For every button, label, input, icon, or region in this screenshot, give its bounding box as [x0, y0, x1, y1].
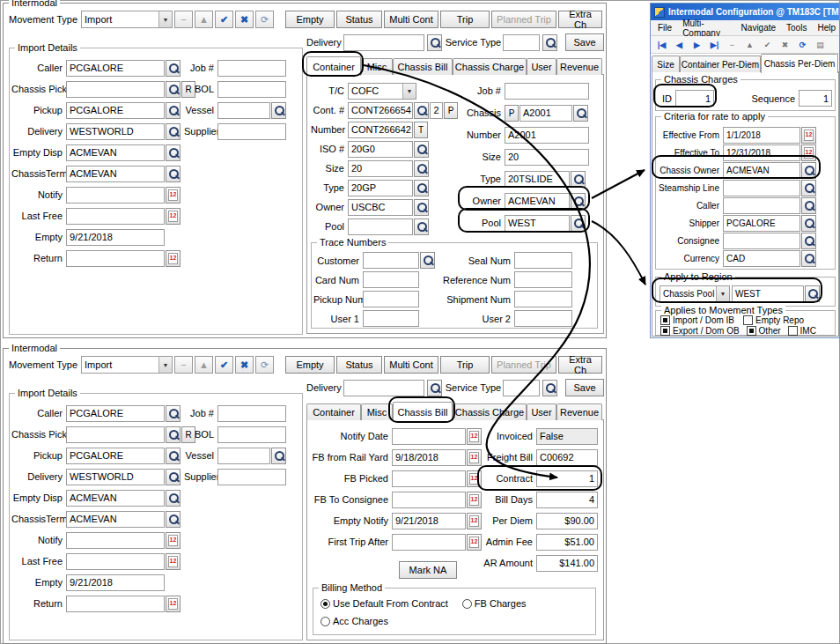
search-icon[interactable] — [801, 180, 816, 196]
empty-date-input[interactable]: 9/21/2018 — [66, 229, 165, 246]
empty-button[interactable]: Empty — [285, 11, 335, 28]
search-icon[interactable] — [414, 199, 429, 216]
status-button[interactable]: Status — [336, 11, 382, 28]
job-input[interactable] — [217, 60, 286, 77]
first-record-icon[interactable]: |◀ — [653, 37, 670, 52]
search-icon[interactable] — [571, 171, 586, 188]
search-icon[interactable] — [801, 162, 816, 179]
effective-to-input[interactable]: 12/31/2018 — [723, 144, 800, 161]
calendar-icon[interactable] — [467, 534, 482, 551]
search-icon[interactable] — [166, 123, 181, 140]
search-icon[interactable] — [166, 166, 181, 182]
search-icon[interactable] — [542, 34, 557, 51]
tc-select[interactable]: COFC▼ — [348, 83, 416, 100]
menu-file[interactable]: File — [654, 22, 675, 33]
search-icon[interactable] — [166, 405, 181, 422]
seal-num-input[interactable] — [514, 252, 572, 269]
fb-charges-radio[interactable] — [462, 599, 472, 609]
admin-fee-input[interactable]: $51.00 — [536, 534, 598, 551]
calendar-icon[interactable] — [467, 470, 482, 487]
tab-size[interactable]: Size — [652, 56, 680, 72]
tab-container[interactable]: Container — [306, 56, 361, 76]
chassis-owner-input[interactable]: ACMEVAN — [505, 193, 570, 210]
service-type-input[interactable] — [503, 380, 540, 396]
bol-input[interactable] — [217, 426, 286, 443]
save-button[interactable]: Save — [565, 379, 604, 396]
calendar-icon[interactable] — [166, 532, 181, 549]
search-icon[interactable] — [271, 102, 286, 119]
delete-record-icon[interactable]: − — [174, 11, 193, 28]
extra-ch-button[interactable]: Extra Ch — [558, 11, 602, 28]
empty-disp-input[interactable]: ACMEVAN — [66, 144, 165, 161]
reference-num-input[interactable] — [514, 271, 572, 288]
tab-container-per-diem[interactable]: Container Per-Diem — [680, 56, 761, 72]
customer-input[interactable] — [363, 252, 419, 269]
last-free-input[interactable] — [66, 553, 165, 570]
delete-record-icon[interactable]: − — [724, 37, 741, 52]
delivery-zone-input[interactable]: WESTWORLD — [66, 123, 165, 140]
multi-cont-button[interactable]: Multi Cont — [384, 11, 438, 28]
chassis-pool-select[interactable]: Chassis Pool▼ — [659, 285, 730, 302]
empty-disp-input[interactable]: ACMEVAN — [66, 490, 165, 507]
search-icon[interactable] — [166, 426, 181, 443]
chassis-number-input[interactable]: A2001 — [505, 127, 589, 144]
post-edit-icon[interactable]: ✔ — [215, 11, 233, 28]
import-dom-ib-checkbox[interactable] — [660, 315, 670, 325]
mark-na-button[interactable]: Mark NA — [399, 561, 457, 579]
calendar-icon[interactable] — [166, 553, 181, 570]
iso-input[interactable]: 20G0 — [348, 141, 413, 158]
sequence-input[interactable]: 1 — [799, 90, 832, 107]
search-icon[interactable] — [414, 141, 429, 158]
post-edit-icon[interactable]: ✔ — [215, 356, 233, 374]
other-checkbox[interactable] — [747, 326, 756, 336]
search-icon[interactable] — [805, 285, 820, 302]
chassis-pick-input[interactable] — [66, 426, 165, 443]
delivery-input[interactable] — [343, 34, 424, 51]
tab-misc[interactable]: Misc — [361, 403, 393, 420]
insert-record-icon[interactable]: ▲ — [195, 11, 213, 28]
planned-trip-button[interactable]: Planned Trip — [491, 356, 556, 374]
caller-input[interactable]: PCGALORE — [66, 405, 165, 422]
container-number-input[interactable]: CONT266642 — [348, 122, 413, 138]
export-dom-ob-checkbox[interactable] — [660, 326, 670, 336]
search-icon[interactable] — [166, 469, 181, 485]
imc-checkbox[interactable] — [788, 326, 798, 336]
tab-user[interactable]: User — [527, 58, 556, 75]
empty-notify-input[interactable]: 9/21/2018 — [392, 513, 466, 529]
search-icon[interactable] — [801, 215, 816, 232]
pickup-num-input[interactable] — [363, 291, 419, 307]
insert-record-icon[interactable]: ▲ — [195, 356, 213, 374]
tab-revenue[interactable]: Revenue — [556, 403, 602, 420]
currency-input[interactable]: CAD — [723, 250, 800, 267]
use-default-from-contract-radio[interactable] — [321, 599, 330, 609]
planned-trip-button[interactable]: Planned Trip — [491, 11, 556, 28]
fb-to-consignee-input[interactable] — [392, 492, 466, 508]
calendar-icon[interactable] — [166, 187, 181, 204]
search-icon[interactable] — [166, 60, 181, 77]
tab-container[interactable]: Container — [306, 403, 361, 420]
empty-repo-checkbox[interactable] — [743, 315, 753, 325]
cancel-edit-icon[interactable]: ✖ — [235, 356, 254, 374]
pickup-input[interactable]: PCGALORE — [66, 448, 165, 464]
tab-chassis-charge[interactable]: Chassis Charge — [453, 58, 527, 75]
first-trip-after-input[interactable] — [392, 534, 466, 551]
search-icon[interactable] — [420, 252, 435, 269]
trip-button[interactable]: Trip — [440, 356, 490, 374]
movement-type-select[interactable]: Import▼ — [81, 356, 173, 374]
menu-multi-company[interactable]: Multi-Company — [679, 18, 733, 39]
contract-input[interactable]: 1 — [536, 470, 598, 487]
search-icon[interactable] — [801, 197, 816, 214]
search-icon[interactable] — [271, 448, 286, 464]
calendar-icon[interactable] — [166, 596, 181, 612]
steamship-line-input[interactable] — [723, 180, 800, 196]
extra-ch-button[interactable]: Extra Ch — [558, 356, 602, 374]
fb-picked-input[interactable] — [392, 470, 466, 487]
vessel-input[interactable] — [217, 448, 270, 464]
supplier-input[interactable] — [217, 123, 286, 140]
search-icon[interactable] — [166, 511, 181, 528]
chassis-pick-input[interactable] — [66, 81, 165, 98]
status-button[interactable]: Status — [336, 356, 382, 374]
trip-button[interactable]: Trip — [440, 11, 490, 28]
consignee-input[interactable] — [723, 233, 800, 249]
return-input[interactable] — [66, 596, 165, 612]
